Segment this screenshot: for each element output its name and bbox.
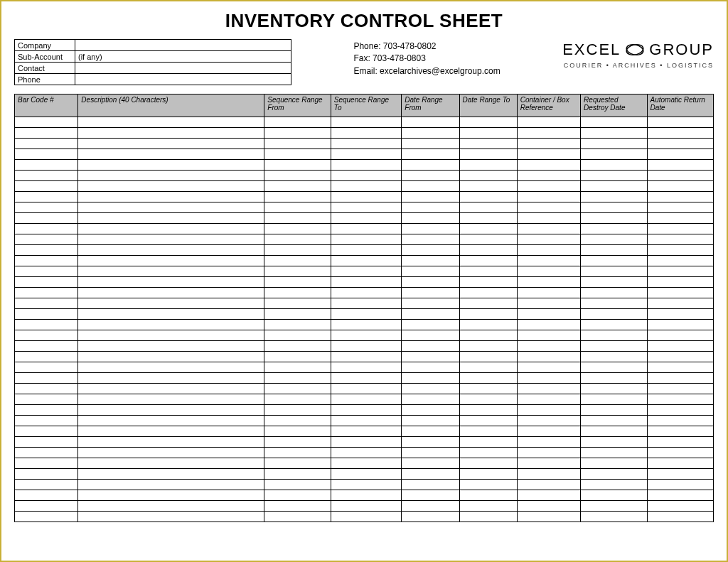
table-cell[interactable] bbox=[517, 352, 580, 362]
table-cell[interactable] bbox=[78, 288, 264, 298]
table-cell[interactable] bbox=[78, 448, 264, 458]
table-cell[interactable] bbox=[581, 405, 647, 416]
table-cell[interactable] bbox=[15, 458, 78, 469]
table-cell[interactable] bbox=[581, 224, 647, 234]
table-cell[interactable] bbox=[264, 394, 331, 405]
table-cell[interactable] bbox=[15, 245, 78, 256]
table-cell[interactable] bbox=[78, 405, 264, 416]
table-cell[interactable] bbox=[402, 139, 459, 149]
table-cell[interactable] bbox=[517, 277, 580, 288]
table-cell[interactable] bbox=[264, 458, 331, 469]
table-cell[interactable] bbox=[78, 469, 264, 480]
table-cell[interactable] bbox=[264, 362, 331, 373]
table-cell[interactable] bbox=[264, 181, 331, 192]
table-cell[interactable] bbox=[459, 469, 517, 480]
table-cell[interactable] bbox=[402, 458, 459, 469]
table-cell[interactable] bbox=[459, 298, 517, 309]
table-cell[interactable] bbox=[15, 490, 78, 501]
table-cell[interactable] bbox=[402, 288, 459, 298]
table-cell[interactable] bbox=[647, 266, 713, 277]
table-cell[interactable] bbox=[331, 256, 402, 266]
table-cell[interactable] bbox=[581, 373, 647, 384]
table-cell[interactable] bbox=[15, 416, 78, 426]
table-cell[interactable] bbox=[78, 171, 264, 181]
table-cell[interactable] bbox=[647, 458, 713, 469]
table-cell[interactable] bbox=[647, 192, 713, 202]
table-cell[interactable] bbox=[78, 149, 264, 160]
table-cell[interactable] bbox=[15, 426, 78, 437]
table-cell[interactable] bbox=[459, 171, 517, 181]
table-cell[interactable] bbox=[331, 448, 402, 458]
table-cell[interactable] bbox=[517, 309, 580, 320]
table-cell[interactable] bbox=[264, 160, 331, 171]
table-cell[interactable] bbox=[459, 405, 517, 416]
table-cell[interactable] bbox=[647, 352, 713, 362]
table-cell[interactable] bbox=[78, 373, 264, 384]
table-cell[interactable] bbox=[331, 480, 402, 490]
table-cell[interactable] bbox=[15, 405, 78, 416]
table-cell[interactable] bbox=[331, 320, 402, 330]
table-cell[interactable] bbox=[78, 341, 264, 352]
table-cell[interactable] bbox=[402, 320, 459, 330]
table-cell[interactable] bbox=[517, 437, 580, 448]
table-cell[interactable] bbox=[517, 160, 580, 171]
table-cell[interactable] bbox=[78, 458, 264, 469]
table-cell[interactable] bbox=[264, 149, 331, 160]
table-cell[interactable] bbox=[15, 181, 78, 192]
table-cell[interactable] bbox=[647, 288, 713, 298]
table-cell[interactable] bbox=[331, 149, 402, 160]
table-cell[interactable] bbox=[459, 373, 517, 384]
table-cell[interactable] bbox=[78, 362, 264, 373]
table-cell[interactable] bbox=[459, 490, 517, 501]
table-cell[interactable] bbox=[517, 416, 580, 426]
table-cell[interactable] bbox=[15, 480, 78, 490]
table-cell[interactable] bbox=[331, 213, 402, 224]
table-cell[interactable] bbox=[402, 330, 459, 341]
table-cell[interactable] bbox=[264, 277, 331, 288]
table-cell[interactable] bbox=[459, 181, 517, 192]
table-cell[interactable] bbox=[78, 512, 264, 522]
table-cell[interactable] bbox=[459, 458, 517, 469]
table-cell[interactable] bbox=[581, 469, 647, 480]
table-cell[interactable] bbox=[331, 298, 402, 309]
table-cell[interactable] bbox=[517, 490, 580, 501]
table-cell[interactable] bbox=[459, 192, 517, 202]
table-cell[interactable] bbox=[402, 117, 459, 128]
table-cell[interactable] bbox=[264, 288, 331, 298]
info-value[interactable]: (if any) bbox=[75, 51, 291, 63]
table-cell[interactable] bbox=[78, 320, 264, 330]
table-cell[interactable] bbox=[647, 416, 713, 426]
table-cell[interactable] bbox=[78, 298, 264, 309]
table-cell[interactable] bbox=[15, 117, 78, 128]
table-cell[interactable] bbox=[331, 458, 402, 469]
table-cell[interactable] bbox=[517, 266, 580, 277]
table-cell[interactable] bbox=[264, 384, 331, 394]
table-cell[interactable] bbox=[402, 245, 459, 256]
table-cell[interactable] bbox=[517, 234, 580, 245]
table-cell[interactable] bbox=[647, 149, 713, 160]
table-cell[interactable] bbox=[264, 330, 331, 341]
table-cell[interactable] bbox=[331, 245, 402, 256]
table-cell[interactable] bbox=[647, 245, 713, 256]
table-cell[interactable] bbox=[264, 405, 331, 416]
table-cell[interactable] bbox=[459, 117, 517, 128]
table-cell[interactable] bbox=[264, 437, 331, 448]
table-cell[interactable] bbox=[331, 426, 402, 437]
table-cell[interactable] bbox=[331, 117, 402, 128]
table-cell[interactable] bbox=[78, 501, 264, 512]
table-cell[interactable] bbox=[647, 298, 713, 309]
table-cell[interactable] bbox=[517, 394, 580, 405]
table-cell[interactable] bbox=[647, 277, 713, 288]
table-cell[interactable] bbox=[581, 117, 647, 128]
table-cell[interactable] bbox=[459, 256, 517, 266]
table-cell[interactable] bbox=[517, 128, 580, 139]
table-cell[interactable] bbox=[459, 384, 517, 394]
table-cell[interactable] bbox=[402, 426, 459, 437]
table-cell[interactable] bbox=[331, 160, 402, 171]
table-cell[interactable] bbox=[15, 512, 78, 522]
info-value[interactable] bbox=[75, 74, 291, 85]
table-cell[interactable] bbox=[15, 341, 78, 352]
table-cell[interactable] bbox=[331, 416, 402, 426]
table-cell[interactable] bbox=[15, 298, 78, 309]
table-cell[interactable] bbox=[402, 171, 459, 181]
